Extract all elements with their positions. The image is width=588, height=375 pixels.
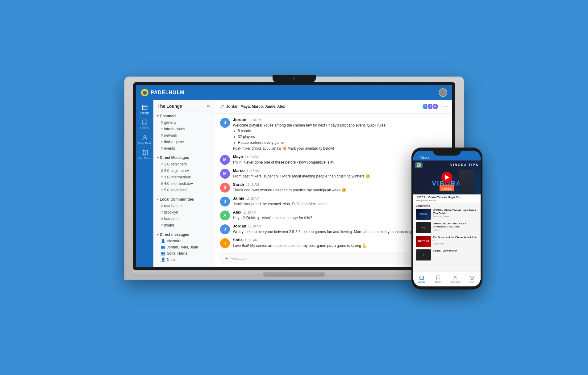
app-logo: ⬤ PADELHOLM [141,89,185,96]
hash-icon: # [161,204,163,208]
dm-jordan-tyler-juan[interactable]: 👥 Jordan, Tyler, Juan [153,244,215,250]
channels-header[interactable]: ▾ Channels [153,113,215,119]
sidebar-header: The Lounge ✏ [153,100,215,111]
channel-name: 5.0-advanced [164,188,187,192]
participants-icon [220,104,224,109]
channel-name: introductions [164,127,185,131]
channel-miami[interactable]: # miami [153,222,215,229]
channel-network[interactable]: # network [153,132,215,139]
comment-text-3: The Secrets of the Vibora: Attack Like a… [433,236,478,245]
comment-item-2[interactable]: ✓ V I IMPROVED MY VIBORA BY CHANGING THE… [416,222,478,233]
comment-item-3[interactable]: TRY THIS The Secrets of the Vibora: Atta… [416,236,478,247]
channel-name: find-a-game [164,140,184,144]
person-silhouette [459,170,474,194]
dm-alexadra[interactable]: 👤 Alexadra [153,238,215,244]
avatar-alex: A [220,210,230,220]
phone-tab-lounge[interactable]: Lounge [413,272,430,286]
laptop-stand [263,272,325,277]
hash-icon: # [161,120,163,125]
channel-3-intermediate[interactable]: # 3.0-intermediate [153,174,215,181]
direct-messages-header[interactable]: ▾ Direct messages [153,231,215,238]
channel-1-beginners[interactable]: # 1.0-beginners [153,161,215,168]
hash-icon: # [161,162,163,167]
comment-item-4[interactable]: V Vibora - Slow Motion [416,249,478,260]
chat-header-actions: T J M ⋯ [422,103,447,110]
dm-section: ▾ Direct Messages # 1.0-beginners # 2.0-… [153,153,215,195]
header-right [439,88,447,97]
channel-brooklyn[interactable]: # brooklyn [153,209,215,216]
back-arrow-icon: ‹ [416,156,417,159]
dm-header[interactable]: ▾ Direct Messages [153,154,215,161]
message-author: Jamie [233,196,244,201]
svg-marker-2 [142,150,147,155]
sidebar-item-library[interactable]: Library [137,118,152,131]
edit-icon[interactable]: ✏ [207,104,211,109]
exclusive-header[interactable]: ▾ Exclusive (Invitation Only) [153,265,215,267]
comment-channel-3: Padel Drive [433,243,478,245]
channel-events[interactable]: # events [153,145,215,152]
video-channel-label: Everything Padel [416,199,478,202]
channel-hamptons[interactable]: # hamptons [153,216,215,222]
thumb-text: VIBORA [419,213,427,215]
phone-notch [433,148,461,156]
mini-avatar-m: M [432,103,439,110]
dm-sofia-harris[interactable]: 👥 Sofia, Harris [153,250,215,256]
sidebar-item-maproom[interactable]: Map Room [137,148,152,162]
message-jordan-1: J Jordan 11:18 AM Welcome players! You'r… [220,117,447,151]
phone-video-label: UNREAL Vibora Tips W/ Hugo Ca... Everyth… [413,194,481,203]
comment-channel-2: theAset [433,229,478,231]
person-icon: 👤 [161,257,165,262]
thumb-text-2: ✓ V [421,227,425,229]
hash-icon: # [161,175,163,180]
play-button[interactable] [441,172,452,183]
phone-back-label: < Vibora [418,156,429,159]
play-triangle-icon [445,175,449,180]
phone-video-thumbnail[interactable]: P VIBORA TIPS VIBORA CASES [413,160,481,194]
channel-find-a-game[interactable]: # find-a-game [153,139,215,145]
channel-manhattan[interactable]: # manhattan [153,203,215,209]
channel-general[interactable]: # general [153,119,215,126]
channel-name: 4.0-intermediate+ [164,181,193,186]
more-options-icon[interactable]: ⋯ [442,104,447,110]
sidebar-icons: Lounge Library [136,100,153,267]
dm-chris[interactable]: 👤 Chris [153,256,215,263]
phone-invite-icon [469,275,474,280]
phone-tab-library-label: Library [435,281,442,283]
vibora-cases-text: CASES [442,187,452,190]
phone-tab-frontdesk-label: Front Desk [450,281,461,283]
phone-tab-invite[interactable]: Invite [464,272,481,286]
sidebar-item-frontdesk[interactable]: Front Desk [137,133,152,147]
comment-item-1[interactable]: VIBORA UNREAL Vibora Tips W/ Hugo Cases … [416,209,478,220]
phone-tab-library[interactable]: Library [430,272,447,286]
message-placeholder[interactable]: Message [231,256,247,261]
direct-messages-section: ▾ Direct messages 👤 Alexadra 👥 Jordan, T… [153,230,215,264]
message-text: Welcome players! You're among the chosen… [233,123,447,151]
comment-title-3: The Secrets of the Vibora: Attack Like a… [433,236,478,242]
phone-tab-frontdesk[interactable]: Front Desk [447,272,464,286]
channel-2-beginners[interactable]: # 2.0-beginners+ [153,168,215,174]
comment-thumb-1: VIBORA [416,209,431,220]
local-header[interactable]: ▾ Local Communities [153,196,215,203]
laptop-screen-bezel: ⬤ PADELHOLM [133,82,455,270]
camera-dot [293,77,295,80]
logo-icon: ⬤ [141,89,148,96]
channel-introductions[interactable]: # introductions [153,126,215,132]
app-name: PADELHOLM [151,90,185,95]
exclusive-arrow: ▾ [157,267,159,267]
avatar-jordan: J [220,118,230,128]
channel-name: miami [164,223,174,227]
header-avatar[interactable] [439,88,447,97]
hash-icon: # [161,210,163,215]
avatar-marco: M [220,169,230,179]
comment-thumb-2: ✓ V [416,222,431,233]
phone-back-button[interactable]: ‹ < Vibora [416,156,429,159]
plus-icon: + [225,256,228,261]
local-label: Local Communities [160,197,194,202]
local-section: ▾ Local Communities # manhattan # brookl… [153,195,215,230]
channel-4-intermediate[interactable]: # 4.0-intermediate+ [153,181,215,187]
phone-video-section: P VIBORA TIPS VIBORA CASES [413,160,481,203]
sidebar-item-lounge[interactable]: Lounge [137,102,152,116]
comment-title-2: I IMPROVED MY VIBORA BY CHANGING THE GRI… [433,222,478,229]
channel-name: 1.0-beginners [164,162,187,166]
channel-5-advanced[interactable]: # 5.0-advanced [153,187,215,194]
